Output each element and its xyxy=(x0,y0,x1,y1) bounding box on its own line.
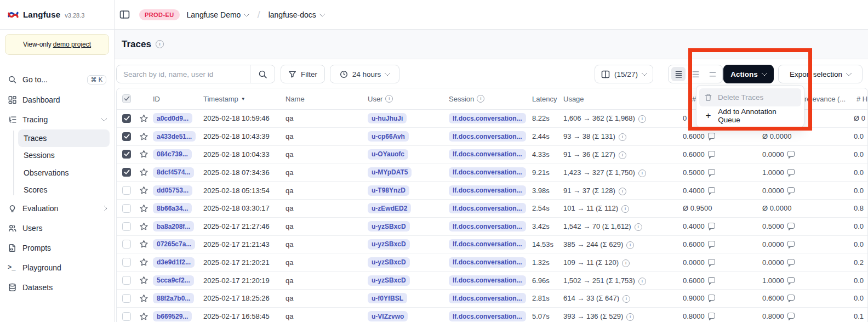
user-badge[interactable]: u-yzSBxcD xyxy=(368,257,410,268)
user-badge[interactable]: u-yzSBxcD xyxy=(368,239,410,250)
comment-icon[interactable] xyxy=(787,277,795,283)
user-badge[interactable]: u-f0YfBSL xyxy=(368,293,407,303)
sidebar-item-observations[interactable]: Observations xyxy=(18,164,110,182)
trace-id-badge[interactable]: 07265c7a... xyxy=(153,239,195,250)
comment-icon[interactable] xyxy=(787,241,795,247)
trace-id-badge[interactable]: a0cd0d9... xyxy=(153,113,192,123)
trace-id-badge[interactable]: 084c739... xyxy=(153,149,192,160)
row-height-tall-button[interactable] xyxy=(705,67,719,81)
user-badge[interactable]: u-huJhuJi xyxy=(368,113,407,123)
export-selection-button[interactable]: Export selection xyxy=(778,65,863,83)
sidebar-item-users[interactable]: Users xyxy=(4,218,110,238)
session-badge[interactable]: lf.docs.conversation... xyxy=(449,257,526,268)
column-visibility-button[interactable]: (15/27) xyxy=(595,65,653,83)
trace-id-badge[interactable]: 88f2a7b0... xyxy=(153,293,194,303)
trace-id-badge[interactable]: ba8a208f... xyxy=(153,221,194,231)
trace-id-badge[interactable]: 8dcf4574... xyxy=(153,167,194,178)
table-row[interactable]: d3e9d1f2...2025-02-17 21:20:21qau-yzSBxc… xyxy=(117,253,867,272)
sidebar-item-datasets[interactable]: Datasets xyxy=(4,278,110,297)
goto-search[interactable]: Go to... ⌘ K xyxy=(4,70,110,89)
row-checkbox[interactable] xyxy=(122,204,131,213)
session-badge[interactable]: lf.docs.conversation... xyxy=(449,185,526,196)
table-row[interactable]: dd05753...2025-02-18 05:13:54qau-T98YnzD… xyxy=(117,182,867,200)
time-range-button[interactable]: 24 hours xyxy=(330,65,399,83)
comment-icon[interactable] xyxy=(708,187,715,193)
session-badge[interactable]: lf.docs.conversation... xyxy=(449,239,526,250)
sidebar-item-prompts[interactable]: Prompts xyxy=(4,238,110,258)
menu-item-delete-traces[interactable]: Delete Traces xyxy=(699,88,801,106)
row-checkbox[interactable] xyxy=(122,114,131,123)
table-row[interactable]: 88f2a7b0...2025-02-17 18:25:26qau-f0YfBS… xyxy=(117,290,867,308)
demo-project-link[interactable]: demo project xyxy=(53,41,91,48)
sidebar-item-tracing[interactable]: Tracing xyxy=(4,110,110,129)
user-badge[interactable]: u-cp66Avh xyxy=(368,131,409,142)
table-row[interactable]: a433de51...2025-02-18 10:43:39qau-cp66Av… xyxy=(117,128,867,146)
user-badge[interactable]: u-yzSBxcD xyxy=(368,275,410,286)
sidebar-item-playground[interactable]: >_ Playground xyxy=(4,258,110,278)
row-checkbox[interactable] xyxy=(122,168,131,177)
favorite-star-icon[interactable] xyxy=(139,222,149,231)
favorite-star-icon[interactable] xyxy=(139,240,149,248)
user-badge[interactable]: u-yzSBxcD xyxy=(368,221,410,231)
user-badge[interactable]: u-zEwdED2 xyxy=(368,203,411,213)
favorite-star-icon[interactable] xyxy=(139,186,149,195)
comment-icon[interactable] xyxy=(787,187,795,193)
comment-icon[interactable] xyxy=(708,241,715,247)
select-all-checkbox[interactable] xyxy=(122,94,131,103)
comment-icon[interactable] xyxy=(708,277,715,283)
sidebar-item-traces[interactable]: Traces xyxy=(18,129,110,147)
comment-icon[interactable] xyxy=(787,151,795,157)
comment-icon[interactable] xyxy=(787,223,795,229)
table-row[interactable]: 084c739...2025-02-18 10:04:33qau-OYauofc… xyxy=(117,146,867,164)
row-checkbox[interactable] xyxy=(122,276,131,285)
sidebar-item-dashboard[interactable]: Dashboard xyxy=(4,90,110,110)
row-checkbox[interactable] xyxy=(122,222,131,231)
session-badge[interactable]: lf.docs.conversation... xyxy=(449,221,526,231)
table-row[interactable]: 5cca9cf2...2025-02-17 21:20:19qau-yzSBxc… xyxy=(117,272,867,290)
row-height-medium-button[interactable] xyxy=(688,67,703,81)
session-badge[interactable]: lf.docs.conversation... xyxy=(449,167,526,178)
user-badge[interactable]: u-T98YnzD xyxy=(368,185,409,196)
user-badge[interactable]: u-VIZzvwo xyxy=(368,311,408,321)
row-checkbox[interactable] xyxy=(122,150,131,159)
favorite-star-icon[interactable] xyxy=(139,168,149,177)
comment-icon[interactable] xyxy=(708,295,715,301)
sidebar-toggle-button[interactable] xyxy=(117,8,132,21)
session-badge[interactable]: lf.docs.conversation... xyxy=(449,113,526,123)
session-badge[interactable]: lf.docs.conversation... xyxy=(449,275,526,286)
actions-button[interactable]: Actions xyxy=(723,65,774,83)
trace-id-badge[interactable]: d3e9d1f2... xyxy=(153,257,195,268)
row-checkbox[interactable] xyxy=(122,294,131,303)
sidebar-item-scores[interactable]: Scores xyxy=(18,182,110,199)
search-input[interactable] xyxy=(117,65,250,83)
comment-icon[interactable] xyxy=(708,151,715,157)
sidebar-item-sessions[interactable]: Sessions xyxy=(18,147,110,165)
comment-icon[interactable] xyxy=(708,169,715,175)
trace-id-badge[interactable]: dd05753... xyxy=(153,185,192,196)
favorite-star-icon[interactable] xyxy=(139,132,149,141)
row-checkbox[interactable] xyxy=(122,132,131,141)
session-badge[interactable]: lf.docs.conversation... xyxy=(449,293,526,303)
table-row[interactable]: 07265c7a...2025-02-17 21:21:43qau-yzSBxc… xyxy=(117,236,867,254)
comment-icon[interactable] xyxy=(708,313,715,319)
comment-icon[interactable] xyxy=(787,313,795,319)
row-checkbox[interactable] xyxy=(122,312,131,321)
comment-icon[interactable] xyxy=(708,133,715,139)
user-badge[interactable]: u-OYauofc xyxy=(368,149,408,160)
session-badge[interactable]: lf.docs.conversation... xyxy=(449,311,526,321)
menu-item-add-to-annotation-queue[interactable]: + Add to Annotation Queue xyxy=(699,106,801,125)
table-row[interactable]: ba8a208f...2025-02-17 21:27:46qau-yzSBxc… xyxy=(117,218,867,236)
project-selector[interactable]: langfuse-docs xyxy=(269,10,324,19)
column-header-sel[interactable] xyxy=(117,94,138,103)
table-row[interactable]: 8b66a34...2025-02-18 03:30:17qau-zEwdED2… xyxy=(117,200,867,218)
session-badge[interactable]: lf.docs.conversation... xyxy=(449,203,526,213)
session-badge[interactable]: lf.docs.conversation... xyxy=(449,149,526,160)
filter-button[interactable]: Filter xyxy=(281,65,325,83)
comment-icon[interactable] xyxy=(708,259,715,265)
comment-icon[interactable] xyxy=(787,169,795,175)
favorite-star-icon[interactable] xyxy=(139,114,149,123)
row-checkbox[interactable] xyxy=(122,186,131,195)
comment-icon[interactable] xyxy=(787,259,795,265)
comment-icon[interactable] xyxy=(787,295,795,301)
favorite-star-icon[interactable] xyxy=(139,276,149,285)
